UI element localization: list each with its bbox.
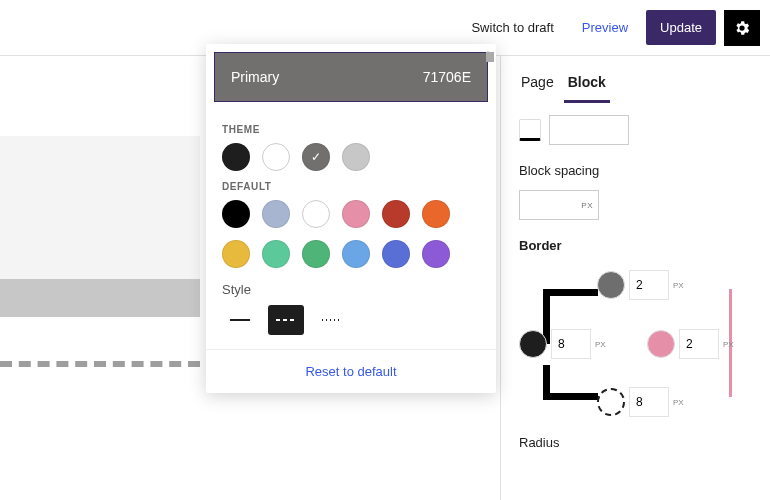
default-swatch[interactable] bbox=[262, 200, 290, 228]
default-swatch[interactable] bbox=[382, 240, 410, 268]
border-left-slot: PX bbox=[519, 329, 606, 359]
tab-page[interactable]: Page bbox=[517, 64, 558, 103]
settings-icon[interactable] bbox=[724, 10, 760, 46]
radius-label: Radius bbox=[519, 435, 752, 450]
unit-px: PX bbox=[673, 281, 684, 290]
theme-swatch[interactable] bbox=[302, 143, 330, 171]
unit-px: PX bbox=[723, 340, 734, 349]
selected-color-hex: 71706E bbox=[423, 69, 471, 85]
theme-group-label: THEME bbox=[222, 124, 480, 135]
switch-to-draft-button[interactable]: Switch to draft bbox=[461, 12, 563, 43]
border-right-slot: PX bbox=[647, 329, 734, 359]
block-spacing-label: Block spacing bbox=[519, 163, 752, 178]
border-control: PX PX PX PX bbox=[519, 265, 749, 435]
unit-px: PX bbox=[673, 398, 684, 407]
default-group-label: DEFAULT bbox=[222, 181, 480, 192]
style-options bbox=[222, 305, 480, 335]
selected-color-name: Primary bbox=[231, 69, 279, 85]
inspector-sidebar: Page Block Block spacing PX Border PX bbox=[500, 56, 770, 500]
border-top-width-input[interactable] bbox=[629, 270, 669, 300]
default-swatch[interactable] bbox=[222, 240, 250, 268]
style-label: Style bbox=[222, 282, 480, 297]
border-bottom-slot: PX bbox=[597, 387, 684, 417]
default-swatches bbox=[222, 200, 480, 268]
color-picker-popover: Primary 71706E THEME DEFAULT Style Reset… bbox=[206, 44, 496, 393]
color-preview: Primary 71706E bbox=[214, 52, 488, 102]
default-swatch[interactable] bbox=[342, 200, 370, 228]
unit-px: PX bbox=[581, 201, 593, 210]
default-swatch[interactable] bbox=[222, 200, 250, 228]
border-preview-bottom bbox=[543, 393, 598, 400]
border-right-color[interactable] bbox=[647, 330, 675, 358]
theme-swatch[interactable] bbox=[342, 143, 370, 171]
canvas-block-bar[interactable] bbox=[0, 279, 200, 317]
canvas-block-dashed-line[interactable] bbox=[0, 361, 200, 367]
default-swatch[interactable] bbox=[382, 200, 410, 228]
border-left-width-input[interactable] bbox=[551, 329, 591, 359]
border-section-label: Border bbox=[519, 238, 752, 253]
popover-scrollbar[interactable] bbox=[486, 52, 500, 412]
border-bottom-width-input[interactable] bbox=[629, 387, 669, 417]
preview-button[interactable]: Preview bbox=[572, 12, 638, 43]
border-right-width-input[interactable] bbox=[679, 329, 719, 359]
border-bottom-color[interactable] bbox=[597, 388, 625, 416]
unit-px: PX bbox=[595, 340, 606, 349]
default-swatch[interactable] bbox=[342, 240, 370, 268]
prev-input[interactable] bbox=[549, 115, 629, 145]
border-top-color[interactable] bbox=[597, 271, 625, 299]
default-swatch[interactable] bbox=[422, 240, 450, 268]
theme-swatch[interactable] bbox=[262, 143, 290, 171]
style-dotted-option[interactable] bbox=[314, 305, 350, 335]
reset-to-default-button[interactable]: Reset to default bbox=[206, 349, 496, 393]
border-left-color[interactable] bbox=[519, 330, 547, 358]
default-swatch[interactable] bbox=[422, 200, 450, 228]
border-preview-top bbox=[543, 289, 598, 296]
border-top-slot: PX bbox=[597, 270, 684, 300]
default-swatch[interactable] bbox=[302, 240, 330, 268]
default-swatch[interactable] bbox=[302, 200, 330, 228]
unit-icon bbox=[519, 119, 541, 141]
inspector-tabs: Page Block bbox=[501, 56, 770, 103]
default-swatch[interactable] bbox=[262, 240, 290, 268]
theme-swatch[interactable] bbox=[222, 143, 250, 171]
style-dashed-option[interactable] bbox=[268, 305, 304, 335]
style-solid-option[interactable] bbox=[222, 305, 258, 335]
update-button[interactable]: Update bbox=[646, 10, 716, 45]
tab-block[interactable]: Block bbox=[564, 64, 610, 103]
previous-field-row bbox=[519, 115, 752, 145]
theme-swatches bbox=[222, 143, 480, 171]
